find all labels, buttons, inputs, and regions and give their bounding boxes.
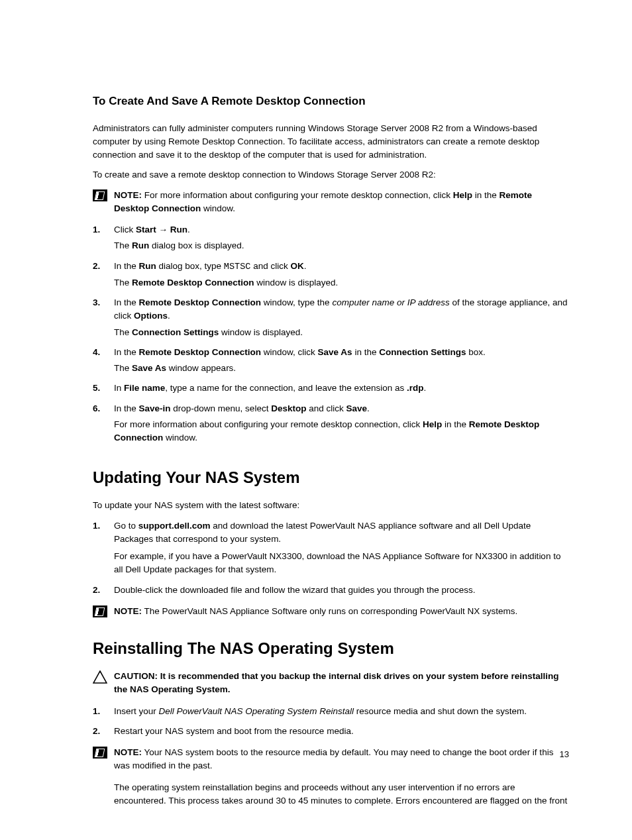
t: , type a name for the connection, and le… bbox=[165, 383, 407, 393]
note-icon bbox=[93, 747, 107, 759]
note-box: NOTE: For more information about configu… bbox=[93, 189, 569, 216]
note-text: NOTE: The PowerVault NAS Appliance Softw… bbox=[114, 605, 569, 618]
t: and click bbox=[306, 403, 346, 413]
t: For example, if you have a PowerVault NX… bbox=[114, 551, 560, 574]
t: Remote Desktop Connection bbox=[132, 278, 254, 288]
t: Help bbox=[453, 190, 472, 200]
t: resource media and shut down the system. bbox=[354, 706, 527, 716]
t: The bbox=[114, 240, 132, 250]
step-item: 1. Insert your Dell PowerVault NAS Opera… bbox=[93, 705, 569, 721]
t: The bbox=[114, 327, 132, 337]
step-number: 1. bbox=[93, 519, 114, 580]
note-text: NOTE: Your NAS system boots to the resou… bbox=[114, 746, 569, 773]
t: dialog box, type bbox=[156, 261, 224, 271]
t: and click bbox=[250, 261, 290, 271]
t: The PowerVault NAS Appliance Software on… bbox=[142, 606, 517, 616]
caution-text: CAUTION: It is recommended that you back… bbox=[114, 670, 569, 697]
t: Insert your bbox=[114, 706, 159, 716]
t: Start → Run bbox=[136, 225, 187, 235]
t: Save As bbox=[132, 363, 166, 373]
t: .rdp bbox=[407, 383, 424, 393]
step-item: 2. Restart your NAS system and boot from… bbox=[93, 725, 569, 741]
t: window, click bbox=[261, 347, 318, 357]
note-box: NOTE: Your NAS system boots to the resou… bbox=[93, 746, 569, 773]
t: Run bbox=[132, 240, 149, 250]
svg-marker-0 bbox=[93, 671, 107, 683]
step-number: 3. bbox=[93, 296, 114, 342]
t: window, type the bbox=[261, 297, 332, 307]
t: support.dell.com bbox=[138, 521, 211, 531]
t: In bbox=[114, 383, 124, 393]
note-icon bbox=[93, 605, 107, 617]
t: For more information about configuring y… bbox=[142, 190, 453, 200]
step-item: 1. Go to support.dell.com and download t… bbox=[93, 519, 569, 580]
t: Remote Desktop Connection bbox=[139, 297, 262, 307]
t: Your NAS system boots to the resource me… bbox=[114, 747, 553, 770]
t: . bbox=[424, 383, 427, 393]
paragraph-outro: The operating system reinstallation begi… bbox=[114, 781, 569, 808]
step-item: 2. Double-click the downloaded file and … bbox=[93, 584, 569, 600]
t: dialog box is displayed. bbox=[149, 240, 244, 250]
heading-updating-nas: Updating Your NAS System bbox=[93, 466, 569, 490]
t: In the bbox=[114, 261, 139, 271]
t: Save bbox=[346, 403, 367, 413]
t: The bbox=[114, 278, 132, 288]
step-item: 4. In the Remote Desktop Connection wind… bbox=[93, 346, 569, 378]
note-label: NOTE: bbox=[114, 747, 142, 757]
t: Save As bbox=[318, 347, 352, 357]
t: window. bbox=[163, 433, 197, 443]
t: Options bbox=[134, 311, 168, 321]
t: window appears. bbox=[166, 363, 236, 373]
t: Click bbox=[114, 225, 136, 235]
note-label: NOTE: bbox=[114, 606, 142, 616]
step-number: 4. bbox=[93, 346, 114, 378]
t: Help bbox=[423, 419, 442, 429]
paragraph-intro2: To create and save a remote desktop conn… bbox=[93, 168, 569, 182]
t: File name bbox=[124, 383, 165, 393]
note-text: NOTE: For more information about configu… bbox=[114, 189, 569, 216]
t: MSTSC bbox=[224, 262, 251, 272]
step-item: 3. In the Remote Desktop Connection wind… bbox=[93, 296, 569, 342]
step-number: 2. bbox=[93, 725, 114, 741]
t: drop-down menu, select bbox=[171, 403, 272, 413]
t: in the bbox=[472, 190, 500, 200]
t: window. bbox=[201, 203, 235, 213]
step-item: 5. In File name, type a name for the con… bbox=[93, 382, 569, 397]
t: . bbox=[304, 261, 307, 271]
t: Run bbox=[139, 261, 156, 271]
step-item: 1. Click Start → Run. The Run dialog box… bbox=[93, 223, 569, 256]
t: Connection Settings bbox=[132, 327, 219, 337]
step-number: 2. bbox=[93, 260, 114, 293]
t: window is displayed. bbox=[219, 327, 303, 337]
step-number: 1. bbox=[93, 223, 114, 256]
step-list-1: 1. Click Start → Run. The Run dialog box… bbox=[93, 223, 569, 447]
t: box. bbox=[466, 347, 485, 357]
step-item: 6. In the Save-in drop-down menu, select… bbox=[93, 402, 569, 448]
t: Dell PowerVault NAS Operating System Rei… bbox=[159, 706, 354, 716]
step-number: 2. bbox=[93, 584, 114, 600]
t: Remote Desktop Connection bbox=[139, 347, 262, 357]
t: Save-in bbox=[139, 403, 171, 413]
t: OK bbox=[290, 261, 303, 271]
t: . bbox=[168, 311, 170, 321]
t: For more information about configuring y… bbox=[114, 419, 423, 429]
t: The bbox=[114, 363, 132, 373]
step-list-2: 1. Go to support.dell.com and download t… bbox=[93, 519, 569, 600]
note-box: NOTE: The PowerVault NAS Appliance Softw… bbox=[93, 605, 569, 618]
t: In the bbox=[114, 297, 139, 307]
step-list-3: 1. Insert your Dell PowerVault NAS Opera… bbox=[93, 705, 569, 741]
paragraph-intro: Administrators can fully administer comp… bbox=[93, 122, 569, 162]
t: computer name or IP address bbox=[332, 297, 449, 307]
t: Connection Settings bbox=[379, 347, 466, 357]
step-number: 5. bbox=[93, 382, 114, 397]
t: Go to bbox=[114, 521, 138, 531]
t: . bbox=[187, 225, 190, 235]
note-label: NOTE: bbox=[114, 190, 142, 200]
paragraph-intro: To update your NAS system with the lates… bbox=[93, 499, 569, 512]
t: in the bbox=[352, 347, 380, 357]
t: in the bbox=[442, 419, 469, 429]
t: Desktop bbox=[271, 403, 306, 413]
step-number: 1. bbox=[93, 705, 114, 721]
step-number: 6. bbox=[93, 402, 114, 448]
caution-icon bbox=[93, 670, 107, 684]
